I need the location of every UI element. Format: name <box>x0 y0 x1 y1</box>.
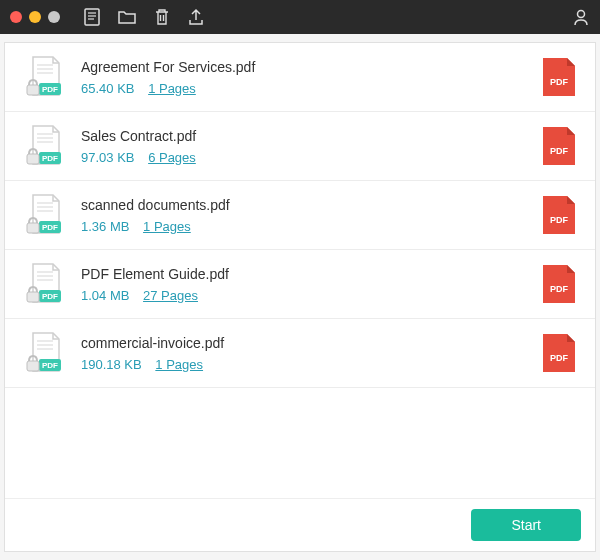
pdf-type-badge: PDF <box>541 194 577 236</box>
file-pages-link[interactable]: 1 Pages <box>155 357 203 372</box>
file-pages-link[interactable]: 27 Pages <box>143 288 198 303</box>
file-info: scanned documents.pdf 1.36 MB 1 Pages <box>81 197 541 234</box>
file-size-label: 190.18 KB <box>81 357 142 372</box>
file-pages-link[interactable]: 6 Pages <box>148 150 196 165</box>
pdf-type-badge: PDF <box>541 56 577 98</box>
trash-icon[interactable] <box>154 8 170 26</box>
svg-text:PDF: PDF <box>550 77 569 87</box>
file-info: Agreement For Services.pdf 65.40 KB 1 Pa… <box>81 59 541 96</box>
file-pdf-locked-icon: PDF <box>23 193 67 237</box>
file-pdf-locked-icon: PDF <box>23 55 67 99</box>
file-size-label: 65.40 KB <box>81 81 135 96</box>
svg-rect-17 <box>27 154 39 164</box>
footer: Start <box>5 498 595 551</box>
user-icon[interactable] <box>572 8 590 26</box>
file-size-label: 1.36 MB <box>81 219 129 234</box>
file-name-label: PDF Element Guide.pdf <box>81 266 541 282</box>
file-row[interactable]: PDF commercial-invoice.pdf 190.18 KB 1 P… <box>5 319 595 388</box>
pdf-type-badge: PDF <box>541 125 577 167</box>
svg-text:PDF: PDF <box>550 284 569 294</box>
file-row[interactable]: PDF scanned documents.pdf 1.36 MB 1 Page… <box>5 181 595 250</box>
document-icon[interactable] <box>84 8 100 26</box>
file-pdf-locked-icon: PDF <box>23 262 67 306</box>
pdf-type-badge: PDF <box>541 263 577 305</box>
file-pages-link[interactable]: 1 Pages <box>148 81 196 96</box>
file-name-label: scanned documents.pdf <box>81 197 541 213</box>
file-meta: 1.36 MB 1 Pages <box>81 219 541 234</box>
file-meta: 190.18 KB 1 Pages <box>81 357 541 372</box>
svg-text:PDF: PDF <box>550 215 569 225</box>
file-pdf-locked-icon: PDF <box>23 124 67 168</box>
file-meta: 97.03 KB 6 Pages <box>81 150 541 165</box>
svg-text:PDF: PDF <box>42 154 58 163</box>
svg-text:PDF: PDF <box>550 353 569 363</box>
svg-rect-0 <box>85 9 99 25</box>
file-name-label: Agreement For Services.pdf <box>81 59 541 75</box>
svg-text:PDF: PDF <box>42 85 58 94</box>
file-list: PDF Agreement For Services.pdf 65.40 KB … <box>5 43 595 498</box>
window-controls <box>10 11 60 23</box>
svg-rect-38 <box>27 361 39 371</box>
svg-rect-31 <box>27 292 39 302</box>
maximize-window-button[interactable] <box>48 11 60 23</box>
svg-point-4 <box>578 11 585 18</box>
svg-text:PDF: PDF <box>42 361 58 370</box>
file-info: PDF Element Guide.pdf 1.04 MB 27 Pages <box>81 266 541 303</box>
file-size-label: 97.03 KB <box>81 150 135 165</box>
file-row[interactable]: PDF Agreement For Services.pdf 65.40 KB … <box>5 43 595 112</box>
file-row[interactable]: PDF PDF Element Guide.pdf 1.04 MB 27 Pag… <box>5 250 595 319</box>
file-meta: 65.40 KB 1 Pages <box>81 81 541 96</box>
file-name-label: commercial-invoice.pdf <box>81 335 541 351</box>
close-window-button[interactable] <box>10 11 22 23</box>
toolbar <box>0 0 600 34</box>
file-name-label: Sales Contract.pdf <box>81 128 541 144</box>
file-size-label: 1.04 MB <box>81 288 129 303</box>
file-meta: 1.04 MB 27 Pages <box>81 288 541 303</box>
svg-text:PDF: PDF <box>550 146 569 156</box>
minimize-window-button[interactable] <box>29 11 41 23</box>
pdf-type-badge: PDF <box>541 332 577 374</box>
file-info: commercial-invoice.pdf 190.18 KB 1 Pages <box>81 335 541 372</box>
start-button[interactable]: Start <box>471 509 581 541</box>
content-panel: PDF Agreement For Services.pdf 65.40 KB … <box>4 42 596 552</box>
folder-icon[interactable] <box>118 9 136 25</box>
svg-text:PDF: PDF <box>42 223 58 232</box>
export-icon[interactable] <box>188 8 204 26</box>
svg-rect-24 <box>27 223 39 233</box>
file-row[interactable]: PDF Sales Contract.pdf 97.03 KB 6 Pages … <box>5 112 595 181</box>
svg-text:PDF: PDF <box>42 292 58 301</box>
file-info: Sales Contract.pdf 97.03 KB 6 Pages <box>81 128 541 165</box>
svg-rect-10 <box>27 85 39 95</box>
toolbar-actions <box>84 8 204 26</box>
file-pdf-locked-icon: PDF <box>23 331 67 375</box>
file-pages-link[interactable]: 1 Pages <box>143 219 191 234</box>
